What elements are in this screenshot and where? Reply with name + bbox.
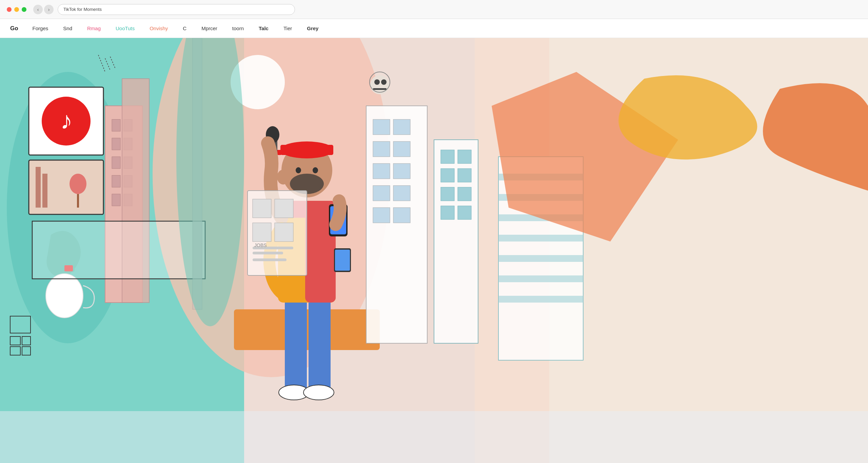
hero-svg: ♪: [0, 38, 868, 463]
forward-button[interactable]: ›: [44, 5, 54, 14]
svg-rect-69: [373, 208, 390, 223]
svg-point-96: [370, 75, 389, 94]
nav-bar: Go Forges Snd Rmag UooTuts Onvishy C Mpr…: [0, 19, 868, 38]
svg-rect-94: [498, 275, 583, 282]
svg-rect-39: [285, 296, 307, 391]
svg-rect-83: [275, 199, 293, 218]
svg-rect-12: [112, 157, 120, 169]
svg-rect-64: [393, 141, 410, 157]
svg-rect-26: [77, 194, 79, 208]
svg-rect-14: [112, 175, 120, 187]
nav-brand[interactable]: Go: [10, 19, 22, 38]
svg-point-98: [381, 79, 387, 85]
svg-point-53: [277, 170, 289, 185]
nav-item-forges[interactable]: Forges: [25, 19, 56, 38]
svg-rect-40: [309, 296, 331, 391]
svg-point-97: [374, 79, 380, 85]
svg-rect-84: [275, 223, 293, 242]
nav-item-onvishy[interactable]: Onvishy: [142, 19, 175, 38]
hero-illustration: ♪: [0, 38, 868, 463]
nav-item-mprcer[interactable]: Mprcer: [194, 19, 225, 38]
nav-arrows: ‹ ›: [33, 5, 54, 14]
svg-rect-65: [373, 163, 390, 179]
nav-item-snd[interactable]: Snd: [56, 19, 80, 38]
svg-rect-16: [112, 194, 120, 206]
svg-rect-72: [441, 150, 454, 163]
svg-rect-10: [112, 138, 120, 150]
main-content: ♪: [0, 38, 868, 463]
svg-rect-68: [393, 186, 410, 201]
minimize-button[interactable]: [14, 7, 19, 12]
svg-rect-101: [0, 411, 868, 463]
svg-rect-24: [42, 174, 47, 208]
svg-rect-93: [498, 255, 583, 262]
svg-rect-77: [458, 187, 471, 201]
svg-rect-87: [253, 258, 287, 261]
close-button[interactable]: [7, 7, 12, 12]
nav-item-c[interactable]: C: [175, 19, 194, 38]
svg-rect-61: [373, 119, 390, 135]
svg-rect-99: [373, 88, 387, 90]
maximize-button[interactable]: [22, 7, 26, 12]
svg-rect-73: [458, 150, 471, 163]
svg-rect-70: [393, 208, 410, 223]
svg-rect-79: [458, 206, 471, 219]
svg-rect-23: [36, 167, 41, 208]
svg-point-25: [70, 174, 86, 194]
browser-chrome: ‹ › TikTok for Moments: [0, 0, 868, 19]
svg-text:♪: ♪: [60, 107, 73, 134]
svg-point-51: [296, 167, 301, 173]
address-bar[interactable]: TikTok for Moments: [58, 4, 295, 15]
svg-rect-48: [280, 145, 333, 155]
nav-item-uootuts[interactable]: UooTuts: [108, 19, 142, 38]
svg-rect-63: [373, 141, 390, 157]
svg-rect-81: [253, 199, 271, 218]
svg-rect-62: [393, 119, 410, 135]
nav-item-tier[interactable]: Tier: [276, 19, 299, 38]
svg-point-29: [46, 274, 83, 318]
svg-rect-67: [373, 186, 390, 201]
back-button[interactable]: ‹: [33, 5, 43, 14]
svg-rect-78: [441, 206, 454, 219]
window-controls: [7, 7, 26, 12]
svg-rect-74: [441, 169, 454, 182]
svg-text:JOBS: JOBS: [254, 243, 267, 248]
svg-rect-59: [335, 250, 350, 271]
svg-point-52: [313, 167, 318, 173]
svg-point-42: [303, 385, 334, 400]
nav-item-grey[interactable]: Grey: [299, 19, 326, 38]
svg-rect-86: [253, 252, 283, 254]
svg-rect-95: [498, 296, 583, 303]
svg-rect-82: [253, 223, 271, 242]
svg-rect-8: [112, 119, 120, 131]
nav-item-rmag[interactable]: Rmag: [80, 19, 108, 38]
svg-rect-92: [498, 235, 583, 242]
nav-item-toorn[interactable]: toorn: [225, 19, 251, 38]
svg-rect-35: [32, 221, 205, 279]
svg-rect-76: [441, 187, 454, 201]
svg-rect-66: [393, 163, 410, 179]
svg-rect-75: [458, 169, 471, 182]
nav-item-talc[interactable]: Talc: [251, 19, 276, 38]
